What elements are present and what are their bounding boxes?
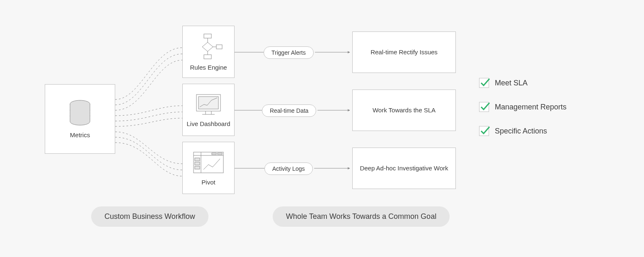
check-item: Management Reports <box>479 102 567 112</box>
svg-rect-26 <box>212 153 216 155</box>
check-label: Management Reports <box>495 103 567 112</box>
check-item: Meet SLA <box>479 78 567 88</box>
check-label: Meet SLA <box>495 79 528 87</box>
activity-logs-pill: Activity Logs <box>264 162 313 175</box>
checkbox-checked-icon <box>479 102 489 112</box>
outcome-sla: Work Towards the SLA <box>352 90 456 131</box>
rules-engine-label: Rules Engine <box>190 61 227 71</box>
svg-rect-24 <box>195 162 200 165</box>
real-time-data-pill: Real-time Data <box>262 104 316 117</box>
metrics-node: Metrics <box>45 84 115 154</box>
trigger-alerts-pill: Trigger Alerts <box>264 46 314 59</box>
pivot-icon <box>192 150 225 175</box>
checkbox-checked-icon <box>479 78 489 88</box>
metrics-label: Metrics <box>70 128 90 138</box>
svg-rect-23 <box>195 158 200 161</box>
live-dashboard-label: Live Dashboard <box>186 117 230 127</box>
rules-engine-node: Rules Engine <box>182 26 235 78</box>
svg-rect-27 <box>218 153 222 155</box>
checkbox-checked-icon <box>479 126 489 136</box>
outcome-investigative: Deep Ad-hoc Investigative Work <box>352 148 456 189</box>
svg-rect-25 <box>195 166 200 169</box>
svg-rect-8 <box>204 34 211 38</box>
flowchart-icon <box>194 33 223 61</box>
check-item: Specific Actions <box>479 126 567 136</box>
section-left-pill: Custom Business Workflow <box>91 206 208 227</box>
pivot-node: Pivot <box>182 142 235 194</box>
benefits-list: Meet SLA Management Reports Specific Act… <box>479 78 567 136</box>
svg-rect-12 <box>216 45 222 49</box>
outcome-rectify: Real-time Rectify Issues <box>352 32 456 73</box>
svg-rect-14 <box>204 55 211 59</box>
live-dashboard-node: Live Dashboard <box>182 84 235 136</box>
database-icon <box>68 100 92 128</box>
svg-marker-10 <box>202 42 213 51</box>
check-label: Specific Actions <box>495 127 547 136</box>
section-right-pill: Whole Team Works Towards a Common Goal <box>273 206 450 227</box>
pivot-label: Pivot <box>201 175 215 186</box>
dashboard-icon <box>193 93 224 117</box>
